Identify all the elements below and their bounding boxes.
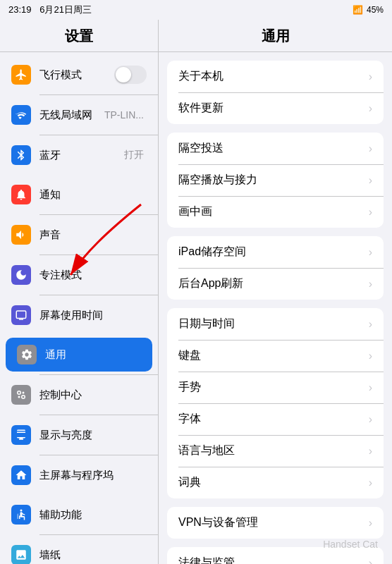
content-section-2: 隔空投送 › 隔空播放与接力 › 画中画 ›	[167, 133, 384, 228]
general-icon-wrap	[17, 345, 37, 364]
divider	[39, 94, 158, 95]
sidebar-label-homescreen: 主屏幕与程序坞	[39, 469, 147, 482]
screentime-icon-wrap	[11, 305, 31, 325]
sidebar-item-sound[interactable]: 声音	[0, 218, 158, 252]
chevron-icon: ›	[369, 318, 372, 331]
battery-icon: 45%	[367, 5, 384, 15]
divider	[39, 374, 158, 375]
sidebar-title: 设置	[0, 20, 158, 52]
sidebar-item-bluetooth[interactable]: 蓝牙 打开	[0, 138, 158, 172]
content-row-vpn[interactable]: VPN与设备管理 ›	[167, 507, 384, 539]
status-icons: 📶 45%	[353, 5, 384, 15]
content-row-ipadstorage[interactable]: iPad储存空间 ›	[167, 236, 384, 268]
wifi-value: TP-LIN...	[104, 109, 144, 121]
svg-point-4	[23, 392, 25, 394]
content-row-legal[interactable]: 法律与监管 ›	[167, 547, 384, 564]
sound-icon-wrap	[11, 225, 31, 245]
language-label: 语言与地区	[178, 443, 369, 458]
sidebar-item-homescreen[interactable]: 主屏幕与程序坞	[0, 458, 158, 492]
sidebar-section-3: 通用 控制中心 显示与亮度 主屏幕与程序坞	[0, 332, 158, 492]
divider	[39, 534, 158, 535]
content-section-3: iPad储存空间 › 后台App刷新 ›	[167, 236, 384, 300]
main-container: 设置 飞行模式 无线局域网 TP-LIN...	[0, 20, 392, 564]
content-row-bgrefresh[interactable]: 后台App刷新 ›	[167, 268, 384, 300]
svg-point-5	[20, 510, 23, 512]
sidebar-label-general: 通用	[45, 348, 141, 362]
content-row-softwareupdate[interactable]: 软件更新 ›	[167, 92, 384, 124]
sidebar-item-wifi[interactable]: 无线局域网 TP-LIN...	[0, 98, 158, 132]
chevron-icon: ›	[369, 350, 372, 362]
sidebar-label-focus: 专注模式	[39, 269, 147, 282]
vpn-label: VPN与设备管理	[178, 515, 369, 530]
content-section-5: VPN与设备管理 ›	[167, 507, 384, 539]
chevron-icon: ›	[369, 278, 372, 290]
display-icon-wrap	[11, 425, 31, 445]
sidebar-label-airplane: 飞行模式	[39, 68, 111, 82]
sidebar-section-1: 飞行模式 无线局域网 TP-LIN... 蓝牙 打开	[0, 52, 158, 172]
content-section-6: 法律与监管 ›	[167, 547, 384, 564]
bgrefresh-label: 后台App刷新	[178, 276, 369, 291]
content-row-pip[interactable]: 画中画 ›	[167, 196, 384, 228]
chevron-icon: ›	[369, 413, 372, 426]
dictionary-label: 词典	[178, 475, 369, 490]
sidebar-item-notification[interactable]: 通知	[0, 178, 158, 212]
sidebar-item-general[interactable]: 通用	[6, 338, 152, 372]
content-row-keyboard[interactable]: 键盘 ›	[167, 340, 384, 372]
svg-point-2	[22, 396, 25, 399]
keyboard-label: 键盘	[178, 348, 369, 363]
time: 23:19	[8, 4, 32, 15]
legal-label: 法律与监管	[178, 556, 369, 564]
status-time-date: 23:19 6月21日周三	[8, 4, 92, 16]
status-bar: 23:19 6月21日周三 📶 45%	[0, 0, 392, 20]
content-row-about[interactable]: 关于本机 ›	[167, 61, 384, 92]
wallpaper-icon-wrap	[11, 545, 31, 564]
sidebar: 设置 飞行模式 无线局域网 TP-LIN...	[0, 20, 159, 564]
softwareupdate-label: 软件更新	[178, 101, 369, 116]
divider	[39, 455, 158, 455]
svg-rect-0	[16, 311, 26, 319]
sidebar-label-display: 显示与亮度	[39, 429, 147, 442]
sidebar-label-controlcenter: 控制中心	[39, 388, 147, 402]
content-row-datetime[interactable]: 日期与时间 ›	[167, 308, 384, 340]
sidebar-item-screentime[interactable]: 屏幕使用时间	[0, 298, 158, 332]
sidebar-item-wallpaper[interactable]: 墙纸	[0, 538, 158, 564]
chevron-icon: ›	[369, 246, 372, 259]
content-row-gesture[interactable]: 手势 ›	[167, 372, 384, 403]
divider	[39, 214, 158, 215]
homescreen-icon-wrap	[11, 465, 31, 485]
sidebar-label-wifi: 无线局域网	[39, 109, 104, 122]
sidebar-item-controlcenter[interactable]: 控制中心	[0, 378, 158, 412]
divider	[39, 135, 158, 135]
sidebar-item-display[interactable]: 显示与亮度	[0, 418, 158, 452]
pip-label: 画中画	[178, 204, 369, 219]
divider	[39, 255, 158, 255]
accessibility-icon-wrap	[11, 505, 31, 525]
sidebar-item-focus[interactable]: 专注模式	[0, 258, 158, 292]
content-row-language[interactable]: 语言与地区 ›	[167, 435, 384, 467]
content-title: 通用	[159, 20, 392, 52]
wifi-icon-wrap	[11, 105, 31, 125]
airplayreceiver-label: 隔空播放与接力	[178, 173, 369, 188]
svg-point-1	[18, 391, 21, 395]
focus-icon-wrap	[11, 265, 31, 285]
content-row-font[interactable]: 字体 ›	[167, 403, 384, 435]
sidebar-label-accessibility: 辅助功能	[39, 508, 147, 522]
chevron-icon: ›	[369, 445, 372, 458]
content-row-airplay[interactable]: 隔空投送 ›	[167, 133, 384, 164]
sidebar-label-screentime: 屏幕使用时间	[39, 309, 147, 322]
date: 6月21日周三	[39, 4, 92, 15]
notification-icon-wrap	[11, 185, 31, 204]
sidebar-item-airplane[interactable]: 飞行模式	[0, 58, 158, 92]
sidebar-section-4: 辅助功能 墙纸 Siri与搜索 Apple Penc	[0, 492, 158, 564]
divider	[39, 295, 158, 295]
datetime-label: 日期与时间	[178, 317, 369, 331]
svg-point-3	[18, 396, 20, 398]
about-label: 关于本机	[178, 69, 369, 84]
airplane-toggle[interactable]	[114, 66, 147, 84]
content-row-dictionary[interactable]: 词典 ›	[167, 467, 384, 498]
chevron-icon: ›	[369, 70, 372, 83]
sidebar-label-wallpaper: 墙纸	[39, 548, 147, 562]
content-row-airplayreceiver[interactable]: 隔空播放与接力 ›	[167, 164, 384, 196]
sidebar-item-accessibility[interactable]: 辅助功能	[0, 498, 158, 532]
content-body[interactable]: 关于本机 › 软件更新 › 隔空投送 › 隔空播放与接力 ›	[159, 52, 392, 564]
